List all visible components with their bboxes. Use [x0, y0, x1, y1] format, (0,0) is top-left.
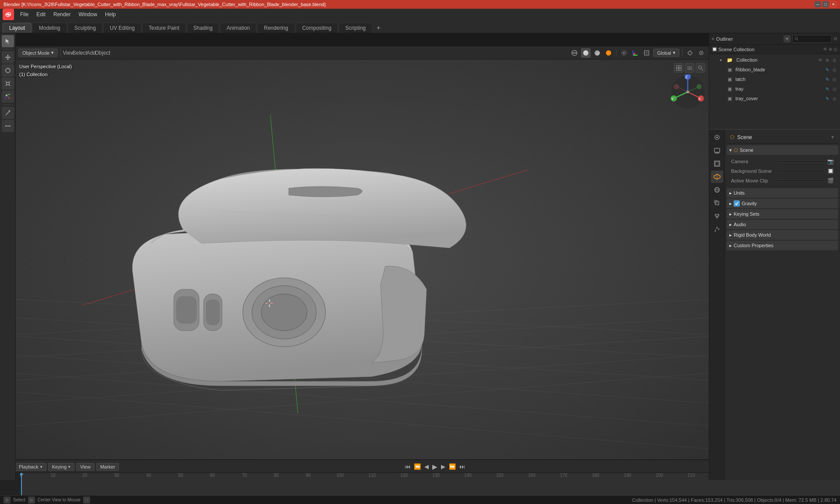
gravity-section-header[interactable]: ▸ Gravity: [727, 199, 838, 208]
close-button[interactable]: ✕: [830, 1, 836, 7]
left-click-icon: ⊙: [4, 497, 10, 504]
outliner-tray-cover[interactable]: ▣ tray_cover ✎ ◎: [709, 94, 840, 103]
camera-picker-icon[interactable]: 📷: [827, 158, 834, 164]
menu-help[interactable]: Help: [102, 10, 119, 18]
select-menu-btn[interactable]: Select: [75, 48, 84, 58]
viewport-shading-rendered[interactable]: [604, 48, 613, 58]
properties-icon-bar: [709, 130, 725, 480]
prop-icon-scene[interactable]: [711, 171, 723, 183]
active-movie-clip-picker-icon[interactable]: 🎬: [827, 178, 834, 184]
next-frame-btn[interactable]: ▶: [440, 462, 446, 471]
prop-expand-all[interactable]: ▼: [830, 135, 835, 140]
scene-section-header[interactable]: ▾ ⬡ Scene: [727, 145, 838, 155]
svg-point-121: [718, 229, 719, 230]
prop-icon-view-layer[interactable]: [711, 158, 723, 170]
prop-section-units: ▸ Units: [727, 188, 838, 198]
tool-move[interactable]: [2, 51, 14, 63]
view-dropdown[interactable]: View: [76, 463, 94, 471]
playback-dropdown[interactable]: Playback ▾: [15, 463, 46, 471]
prev-frame-btn[interactable]: ◀: [424, 462, 430, 471]
gravity-checkbox[interactable]: [734, 200, 740, 206]
tool-annotate[interactable]: [2, 107, 14, 119]
camera-value-input[interactable]: [777, 161, 826, 162]
play-btn[interactable]: ▶: [431, 462, 438, 472]
3d-viewport[interactable]: User Perspective (Local) (1) Collection: [16, 60, 709, 459]
next-keyframe-btn[interactable]: ⏩: [448, 462, 457, 471]
jump-to-end-btn[interactable]: ⏭: [458, 462, 466, 471]
mode-selector[interactable]: Object Mode ▾: [18, 49, 58, 57]
tool-rotate[interactable]: [2, 64, 14, 77]
keying-sets-section-header[interactable]: ▸ Keying Sets: [727, 209, 838, 219]
custom-properties-section-arrow: ▸: [729, 243, 732, 248]
object-menu-btn[interactable]: Object: [98, 48, 107, 58]
prop-icon-render[interactable]: [711, 131, 723, 144]
audio-section-header[interactable]: ▸ Audio: [727, 220, 838, 229]
viewport-shading-solid[interactable]: [581, 48, 591, 58]
outliner-filter-btn[interactable]: ▼: [784, 35, 791, 42]
svg-marker-8: [5, 56, 7, 58]
rigid-body-world-section-header[interactable]: ▸ Rigid Body World: [727, 230, 838, 240]
menu-edit[interactable]: Edit: [33, 10, 49, 18]
outliner-collection[interactable]: ▾ 📁 Collection 👁 ⊕ ◎: [709, 55, 840, 65]
outliner-tray[interactable]: ▣ tray ✎ ◎: [709, 84, 840, 94]
marker-dropdown[interactable]: Marker: [96, 463, 119, 471]
outliner-latch[interactable]: ▣ latch ✎ ◎: [709, 74, 840, 84]
transform-space-selector[interactable]: Global ▾: [653, 49, 679, 57]
tab-animation[interactable]: Animation: [220, 23, 256, 33]
tool-cursor[interactable]: [2, 35, 14, 47]
prop-icon-particles[interactable]: [711, 223, 723, 235]
view-menu-btn[interactable]: View: [63, 48, 73, 58]
tool-separator-1: [3, 49, 13, 49]
viewport-shading-lookdev[interactable]: [592, 48, 602, 58]
prop-icon-modifier[interactable]: [711, 210, 723, 222]
custom-properties-section-header[interactable]: ▸ Custom Properties: [727, 241, 838, 250]
prop-icon-world[interactable]: [711, 184, 723, 196]
minimize-button[interactable]: ─: [815, 1, 821, 7]
orientation-gizmo[interactable]: X Y Z: [670, 74, 705, 109]
blender-logo[interactable]: [3, 9, 14, 20]
jump-to-start-btn[interactable]: ⏮: [404, 462, 411, 471]
gizmo-toggle[interactable]: [630, 48, 640, 58]
tab-layout[interactable]: Layout: [3, 23, 32, 33]
tab-shading[interactable]: Shading: [187, 23, 219, 33]
outliner-search[interactable]: [792, 35, 832, 43]
active-movie-clip-value-input[interactable]: [777, 180, 826, 182]
tab-compositing[interactable]: Compositing: [296, 23, 338, 33]
outliner-ribbon-blade[interactable]: ▣ Ribbon_blade ✎ ◎: [709, 65, 840, 74]
proportional-edit[interactable]: [696, 48, 706, 58]
viewport-shading-wire[interactable]: [570, 48, 579, 58]
background-scene-picker-icon[interactable]: 🔲: [827, 168, 834, 174]
viewport-layers-btn[interactable]: [685, 63, 694, 73]
tab-modeling[interactable]: Modeling: [32, 23, 67, 33]
transform-space-btn[interactable]: [642, 48, 651, 58]
prev-keyframe-btn[interactable]: ⏪: [413, 462, 422, 471]
menu-file[interactable]: File: [17, 10, 32, 18]
overlay-toggle[interactable]: [619, 48, 629, 58]
prop-icon-object[interactable]: [711, 197, 723, 209]
tab-texture-paint[interactable]: Texture Paint: [142, 23, 186, 33]
grid-toggle-btn[interactable]: [674, 63, 683, 73]
tool-scale[interactable]: [2, 77, 14, 90]
tab-scripting[interactable]: Scripting: [339, 23, 372, 33]
add-workspace-button[interactable]: +: [373, 22, 384, 33]
maximize-button[interactable]: □: [822, 1, 829, 7]
units-section-header[interactable]: ▸ Units: [727, 188, 838, 198]
tool-measure[interactable]: [2, 120, 14, 132]
search-viewport-btn[interactable]: [696, 63, 705, 73]
tab-sculpting[interactable]: Sculpting: [68, 23, 102, 33]
prop-section-scene: ▾ ⬡ Scene Camera 📷 Background Scene: [727, 145, 838, 187]
keying-dropdown[interactable]: Keying ▾: [48, 463, 75, 471]
snapping-toggle[interactable]: [685, 48, 695, 58]
background-scene-value-input[interactable]: [777, 170, 826, 172]
svg-point-83: [698, 66, 701, 69]
outliner-view-settings[interactable]: ⚙: [833, 36, 837, 41]
tab-uv-editing[interactable]: UV Editing: [103, 23, 141, 33]
tool-separator-2: [3, 105, 13, 105]
prop-icon-output[interactable]: [711, 144, 723, 157]
tab-rendering[interactable]: Rendering: [257, 23, 294, 33]
menu-window[interactable]: Window: [75, 10, 101, 18]
background-scene-row: Background Scene 🔲: [730, 166, 835, 176]
tool-transform[interactable]: [2, 91, 14, 103]
svg-point-34: [623, 52, 625, 54]
menu-render[interactable]: Render: [50, 10, 74, 18]
